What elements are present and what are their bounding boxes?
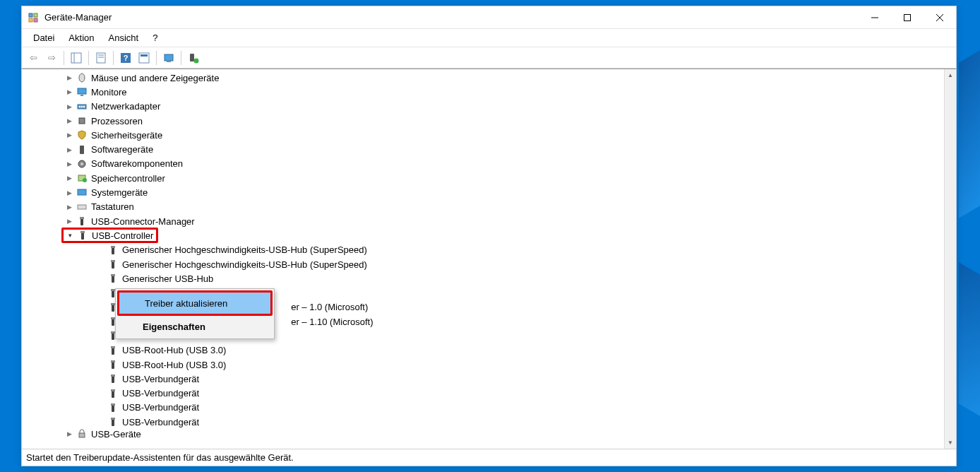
chevron-right-icon[interactable]: ▶ (64, 145, 74, 155)
svg-rect-55 (111, 346, 115, 348)
svg-rect-57 (111, 360, 115, 362)
tree-item[interactable]: USB-Verbundgerät (22, 415, 956, 429)
chevron-right-icon[interactable]: ▶ (64, 130, 74, 140)
tree-item[interactable]: Generischer Hochgeschwindigkeits-USB-Hub… (22, 257, 956, 271)
chevron-right-icon[interactable]: ▶ (64, 216, 74, 226)
menu-view[interactable]: Ansicht (102, 31, 146, 45)
tree-item[interactable]: ▶ Sicherheitsgeräte (22, 128, 956, 142)
menu-file[interactable]: Datei (26, 31, 61, 45)
ctx-update-driver[interactable]: Treiber aktualisieren (119, 293, 270, 314)
tree-item[interactable]: Generischer Hochgeschwindigkeits-USB-Hub… (22, 243, 956, 257)
tree-item[interactable]: ▶ Speichercontroller (22, 171, 956, 185)
chevron-right-icon[interactable]: ▶ (64, 429, 74, 439)
toolbar: ⇦ ⇨ ? (22, 47, 956, 69)
chevron-right-icon[interactable]: ▶ (64, 202, 74, 212)
tree-item[interactable]: ▶ Prozessoren (22, 114, 956, 128)
chevron-right-icon[interactable]: ▶ (64, 102, 74, 112)
tree-item[interactable]: ▶ Systemgeräte (22, 185, 956, 199)
device-add-icon (188, 52, 199, 64)
tree-label: USB-Geräte (91, 429, 141, 439)
chevron-right-icon[interactable]: ▶ (64, 73, 74, 83)
tree-label: USB-Verbundgerät (122, 388, 199, 399)
svg-rect-39 (80, 231, 85, 233)
back-button[interactable]: ⇦ (25, 49, 42, 66)
svg-rect-17 (165, 54, 173, 61)
tree-label: USB-Root-Hub (USB 3.0) (122, 345, 226, 355)
uninstall-button[interactable] (185, 49, 202, 66)
svg-rect-45 (111, 274, 115, 276)
tree-item[interactable]: USB-Verbundgerät (22, 401, 956, 415)
close-button[interactable] (924, 6, 956, 29)
svg-rect-2 (29, 18, 32, 22)
tree-item[interactable]: ▶ Netzwerkadapter (22, 100, 956, 114)
svg-rect-65 (111, 418, 115, 420)
svg-rect-25 (79, 106, 80, 107)
tree-item[interactable]: ▶ Softwaregeräte (22, 142, 956, 156)
tree-label: Generischer USB-Hub (122, 273, 213, 284)
status-text: Startet den Treiberupdate-Assistenten fü… (26, 452, 294, 463)
chevron-right-icon[interactable]: ▶ (64, 159, 74, 169)
chevron-down-icon[interactable]: ▾ (65, 230, 75, 240)
properties-button[interactable] (92, 49, 109, 66)
ctx-properties[interactable]: Eigenschaften (117, 316, 273, 337)
tree-label: Speichercontroller (91, 173, 165, 184)
svg-rect-28 (79, 118, 85, 124)
shield-icon (76, 129, 88, 141)
svg-rect-27 (83, 106, 85, 107)
titlebar[interactable]: Geräte-Manager (22, 6, 956, 29)
vertical-scrollbar[interactable]: ▲ ▼ (944, 69, 956, 449)
show-hide-tree-button[interactable] (68, 49, 85, 66)
tree-item[interactable]: ▶ Monitore (22, 85, 956, 99)
ctx-label: Eigenschaften (143, 321, 205, 332)
minimize-button[interactable] (859, 6, 891, 29)
tree-item[interactable]: Generischer USB-Hub (22, 271, 956, 285)
tree-item[interactable]: ▶ USB-Geräte (22, 429, 956, 439)
tree-item[interactable]: USB-Verbundgerät (22, 372, 956, 386)
tree-icon (71, 52, 82, 64)
usb-icon (107, 402, 119, 413)
tree-label: Systemgeräte (91, 187, 148, 198)
svg-rect-0 (29, 13, 32, 17)
tree-label: Monitore (91, 87, 127, 98)
tree-item[interactable]: ▶ USB-Connector-Manager (22, 214, 956, 228)
device-manager-icon (28, 12, 39, 23)
chevron-right-icon[interactable]: ▶ (64, 173, 74, 183)
chevron-right-icon[interactable]: ▶ (64, 188, 74, 198)
tree-item[interactable]: ▶ Softwarekomponenten (22, 157, 956, 171)
tree-item[interactable]: USB-Verbundgerät (22, 387, 956, 401)
scan-button[interactable] (136, 49, 153, 66)
tree-item[interactable]: USB-Root-Hub (USB 3.0) (22, 358, 956, 372)
tree-item-usb-controller[interactable]: ▾ USB-Controller (22, 228, 956, 242)
usb-icon (107, 388, 119, 399)
menubar: Datei Aktion Ansicht ? (22, 29, 956, 47)
tree-item[interactable]: ▶ Tastaturen (22, 200, 956, 214)
mouse-icon (76, 72, 88, 83)
menu-action[interactable]: Aktion (61, 31, 101, 45)
scroll-down-icon[interactable]: ▼ (945, 437, 956, 449)
tree-item[interactable]: USB-Root-Hub (USB 3.0) (22, 343, 956, 358)
svg-rect-18 (167, 61, 171, 62)
menu-help[interactable]: ? (145, 31, 165, 45)
tree-label: Generischer Hochgeschwindigkeits-USB-Hub… (122, 259, 367, 270)
forward-button[interactable]: ⇨ (43, 49, 60, 66)
svg-rect-61 (111, 389, 115, 391)
tree-label: USB-Connector-Manager (91, 216, 195, 227)
svg-rect-63 (111, 403, 115, 406)
usb-icon (107, 259, 119, 270)
window-title: Geräte-Manager (44, 12, 112, 23)
cpu-icon (76, 115, 88, 126)
help-button[interactable]: ? (117, 49, 134, 66)
tree-item[interactable]: ▶ Mäuse und andere Zeigegeräte (22, 71, 956, 85)
update-driver-button[interactable] (160, 49, 177, 66)
scroll-up-icon[interactable]: ▲ (945, 69, 956, 81)
maximize-button[interactable] (891, 6, 924, 29)
svg-rect-8 (71, 53, 81, 63)
chevron-right-icon[interactable]: ▶ (64, 116, 74, 126)
device-tree[interactable]: ▶ Mäuse und andere Zeigegeräte ▶ Monitor… (22, 69, 956, 449)
svg-point-31 (80, 163, 83, 165)
usb-icon (107, 416, 119, 427)
svg-text:?: ? (124, 54, 129, 62)
software-icon (76, 144, 88, 155)
chevron-right-icon[interactable]: ▶ (64, 87, 74, 97)
monitor-icon (76, 86, 88, 98)
